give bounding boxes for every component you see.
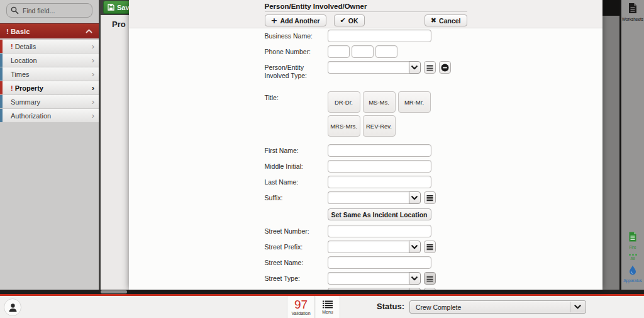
add-another-label: Add Another bbox=[280, 17, 319, 25]
street-prefix-list-button[interactable] bbox=[424, 241, 436, 253]
chevron-right-icon: › bbox=[92, 42, 94, 50]
right-rail: Worksheets Fire All Apparatus bbox=[621, 0, 644, 290]
sidebar-item-label: Summary bbox=[11, 98, 40, 106]
suffix-dropdown-button[interactable] bbox=[409, 191, 421, 204]
first-name-label: First Name: bbox=[265, 144, 328, 155]
street-type-dropdown-button[interactable] bbox=[409, 272, 421, 285]
fire-button[interactable]: Fire bbox=[621, 232, 644, 249]
street-suffix-dropdown-button[interactable] bbox=[409, 288, 421, 290]
chevron-down-icon bbox=[411, 276, 418, 281]
validation-count: 97 bbox=[294, 299, 308, 310]
sidebar: ! Basic ! Details › Location › Times › !… bbox=[0, 0, 101, 290]
worksheets-button[interactable]: Worksheets bbox=[621, 3, 644, 21]
sidebar-item-label: Location bbox=[11, 57, 37, 64]
title-option-dr[interactable]: DR-Dr. bbox=[328, 91, 360, 113]
warning-mark: ! bbox=[11, 84, 13, 92]
horizontal-scrollbar[interactable] bbox=[0, 290, 644, 294]
status-select[interactable]: Crew Complete bbox=[409, 300, 586, 314]
person-entity-type-remove-button[interactable] bbox=[439, 61, 451, 74]
suffix-input[interactable] bbox=[328, 191, 409, 204]
middle-initial-input[interactable] bbox=[328, 160, 431, 173]
street-type-list-button[interactable] bbox=[424, 272, 436, 285]
phone-line-input[interactable] bbox=[375, 45, 397, 58]
suffix-list-button[interactable] bbox=[424, 191, 436, 204]
status-value: Crew Complete bbox=[416, 304, 461, 311]
title-option-rev[interactable]: REV-Rev. bbox=[363, 115, 396, 137]
user-button[interactable] bbox=[4, 298, 21, 316]
street-number-input[interactable] bbox=[328, 225, 431, 237]
validation-button[interactable]: 97 Validation bbox=[287, 296, 315, 318]
select-chevron bbox=[570, 302, 585, 312]
warning-mark: ! bbox=[11, 43, 13, 50]
all-label: All bbox=[621, 256, 644, 261]
chevron-right-icon: › bbox=[92, 98, 94, 106]
middle-initial-label: Middle Initial: bbox=[265, 160, 328, 171]
form-row-phone-number: Phone Number: bbox=[265, 45, 467, 58]
chevron-right-icon: › bbox=[92, 70, 94, 78]
first-name-input[interactable] bbox=[328, 144, 431, 157]
save-button-label: Save bbox=[117, 4, 129, 11]
last-name-input[interactable] bbox=[328, 176, 431, 188]
sidebar-items: ! Details › Location › Times › ! Propert… bbox=[0, 40, 99, 122]
search-input[interactable] bbox=[23, 7, 88, 14]
person-entity-modal: Person/Entity Involved/Owner + Add Anoth… bbox=[129, 0, 602, 290]
person-entity-type-list-button[interactable] bbox=[424, 61, 436, 74]
sidebar-section-basic[interactable]: ! Basic bbox=[0, 23, 99, 38]
list-icon bbox=[426, 195, 433, 202]
street-suffix-list-button[interactable] bbox=[424, 288, 436, 290]
phone-area-input[interactable] bbox=[328, 45, 350, 58]
sidebar-item-authorization[interactable]: Authorization › bbox=[0, 109, 99, 122]
title-option-mrs[interactable]: MRS-Mrs. bbox=[328, 115, 360, 137]
set-same-as-incident-location-button[interactable]: Set Same As Incident Location bbox=[328, 208, 431, 220]
title-option-ms[interactable]: MS-Ms. bbox=[363, 91, 396, 113]
form-row-suffix: Suffix: bbox=[265, 191, 467, 204]
business-name-input[interactable] bbox=[328, 30, 431, 42]
floppy-save-icon bbox=[108, 4, 114, 11]
field-search[interactable] bbox=[6, 3, 92, 18]
modal-header: Person/Entity Involved/Owner + Add Anoth… bbox=[129, 0, 602, 28]
menu-button[interactable]: Menu bbox=[316, 296, 340, 318]
cancel-button[interactable]: ✖ Cancel bbox=[425, 14, 467, 26]
form-row-street-suffix: Street Suffix: bbox=[265, 288, 467, 290]
form-row-first-name: First Name: bbox=[265, 144, 467, 157]
street-name-label: Street Name: bbox=[265, 256, 328, 267]
business-name-label: Business Name: bbox=[265, 30, 328, 40]
street-suffix-input[interactable] bbox=[328, 288, 409, 290]
form-row-middle-initial: Middle Initial: bbox=[265, 160, 467, 173]
sidebar-item-summary[interactable]: Summary › bbox=[0, 95, 99, 108]
save-button[interactable]: Save bbox=[103, 1, 129, 14]
street-prefix-dropdown-button[interactable] bbox=[409, 241, 421, 253]
form-row-street-prefix: Street Prefix: bbox=[265, 241, 467, 253]
apparatus-button[interactable]: Apparatus bbox=[621, 265, 644, 283]
chevron-down-icon bbox=[411, 65, 418, 70]
dim-topbar bbox=[602, 0, 619, 16]
sidebar-item-times[interactable]: Times › bbox=[0, 67, 99, 81]
suffix-label: Suffix: bbox=[265, 191, 328, 202]
person-entity-type-input[interactable] bbox=[328, 61, 409, 74]
street-prefix-input[interactable] bbox=[328, 241, 409, 253]
chevron-down-icon bbox=[411, 196, 418, 200]
menu-icon bbox=[323, 300, 333, 309]
street-type-input[interactable] bbox=[328, 272, 409, 285]
list-icon bbox=[426, 64, 433, 71]
person-entity-type-dropdown-button[interactable] bbox=[409, 61, 421, 74]
all-button[interactable]: All bbox=[621, 254, 644, 261]
title-option-mr[interactable]: MR-Mr. bbox=[398, 91, 431, 113]
check-icon: ✔ bbox=[340, 17, 346, 24]
worksheets-label: Worksheets bbox=[621, 17, 644, 21]
background-toolbar: Save bbox=[101, 0, 129, 15]
chevron-down-icon bbox=[411, 245, 418, 249]
sidebar-item-property[interactable]: ! Property › bbox=[0, 81, 99, 94]
sidebar-item-details[interactable]: ! Details › bbox=[0, 40, 99, 53]
sidebar-item-location[interactable]: Location › bbox=[0, 54, 99, 67]
plus-icon: + bbox=[271, 16, 278, 25]
form-row-set-same: Set Same As Incident Location bbox=[265, 208, 467, 220]
add-another-button[interactable]: + Add Another bbox=[265, 14, 326, 26]
phone-prefix-input[interactable] bbox=[352, 45, 374, 58]
street-name-input[interactable] bbox=[328, 256, 431, 269]
ok-button[interactable]: ✔ OK bbox=[334, 14, 365, 26]
page-heading: Pro bbox=[101, 20, 129, 29]
background-page: Save Pro bbox=[101, 0, 129, 290]
scrollbar-thumb[interactable] bbox=[101, 290, 127, 293]
title-options: DR-Dr. MS-Ms. MR-Mr. MRS-Mrs. REV-Rev. bbox=[328, 91, 435, 137]
